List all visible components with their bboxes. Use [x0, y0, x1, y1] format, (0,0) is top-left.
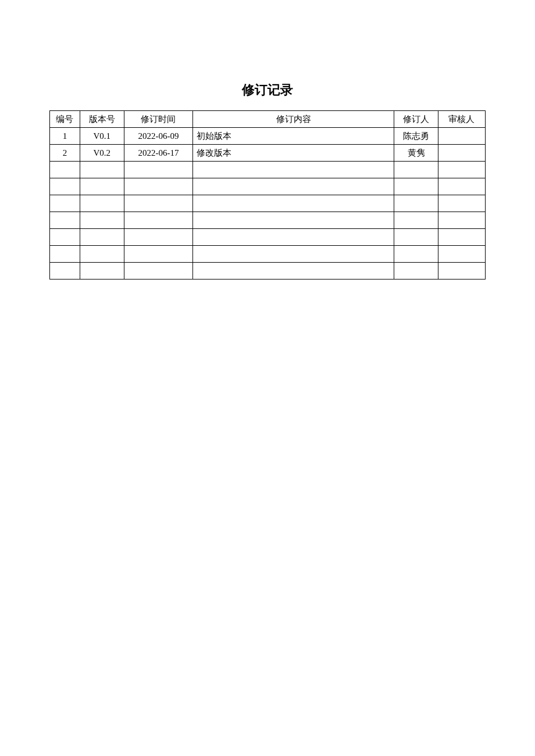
cell-reviewer — [438, 162, 485, 178]
cell-content — [193, 195, 394, 212]
header-version: 版本号 — [80, 111, 124, 128]
header-date: 修订时间 — [124, 111, 193, 128]
cell-content: 修改版本 — [193, 145, 394, 162]
header-reviewer: 审核人 — [438, 111, 485, 128]
cell-content: 初始版本 — [193, 128, 394, 145]
cell-date: 2022-06-09 — [124, 128, 193, 145]
cell-content — [193, 263, 394, 280]
cell-date — [124, 263, 193, 280]
cell-id — [50, 162, 80, 178]
cell-reviewer — [438, 195, 485, 212]
header-editor: 修订人 — [394, 111, 438, 128]
table-row — [50, 229, 486, 246]
cell-date — [124, 229, 193, 246]
cell-id — [50, 212, 80, 229]
cell-id — [50, 263, 80, 280]
cell-id — [50, 178, 80, 195]
table-body: 1 V0.1 2022-06-09 初始版本 陈志勇 2 V0.2 2022-0… — [50, 128, 486, 280]
cell-reviewer — [438, 145, 485, 162]
header-id: 编号 — [50, 111, 80, 128]
table-row — [50, 178, 486, 195]
cell-editor — [394, 229, 438, 246]
cell-content — [193, 162, 394, 178]
table-row — [50, 212, 486, 229]
table-row — [50, 195, 486, 212]
header-content: 修订内容 — [193, 111, 394, 128]
cell-editor — [394, 178, 438, 195]
table-row — [50, 246, 486, 263]
cell-version — [80, 195, 124, 212]
cell-reviewer — [438, 212, 485, 229]
cell-version — [80, 162, 124, 178]
cell-version — [80, 212, 124, 229]
cell-editor — [394, 162, 438, 178]
cell-content — [193, 212, 394, 229]
cell-version — [80, 246, 124, 263]
cell-id — [50, 246, 80, 263]
cell-id — [50, 229, 80, 246]
table-header-row: 编号 版本号 修订时间 修订内容 修订人 审核人 — [50, 111, 486, 128]
cell-date — [124, 162, 193, 178]
cell-version — [80, 229, 124, 246]
cell-version — [80, 263, 124, 280]
cell-editor: 黄隽 — [394, 145, 438, 162]
cell-editor — [394, 263, 438, 280]
cell-editor — [394, 212, 438, 229]
cell-editor: 陈志勇 — [394, 128, 438, 145]
cell-reviewer — [438, 128, 485, 145]
page-title: 修订记录 — [49, 81, 486, 99]
table-row — [50, 162, 486, 178]
cell-content — [193, 178, 394, 195]
cell-version: V0.2 — [80, 145, 124, 162]
cell-reviewer — [438, 229, 485, 246]
table-row: 1 V0.1 2022-06-09 初始版本 陈志勇 — [50, 128, 486, 145]
cell-editor — [394, 195, 438, 212]
cell-editor — [394, 246, 438, 263]
table-row — [50, 263, 486, 280]
cell-id — [50, 195, 80, 212]
cell-reviewer — [438, 178, 485, 195]
cell-id: 1 — [50, 128, 80, 145]
table-row: 2 V0.2 2022-06-17 修改版本 黄隽 — [50, 145, 486, 162]
cell-date — [124, 246, 193, 263]
cell-date — [124, 212, 193, 229]
cell-reviewer — [438, 246, 485, 263]
cell-content — [193, 246, 394, 263]
cell-content — [193, 229, 394, 246]
cell-date — [124, 195, 193, 212]
cell-version — [80, 178, 124, 195]
cell-date: 2022-06-17 — [124, 145, 193, 162]
cell-reviewer — [438, 263, 485, 280]
cell-id: 2 — [50, 145, 80, 162]
cell-date — [124, 178, 193, 195]
cell-version: V0.1 — [80, 128, 124, 145]
revision-table: 编号 版本号 修订时间 修订内容 修订人 审核人 1 V0.1 2022-06-… — [49, 110, 486, 280]
